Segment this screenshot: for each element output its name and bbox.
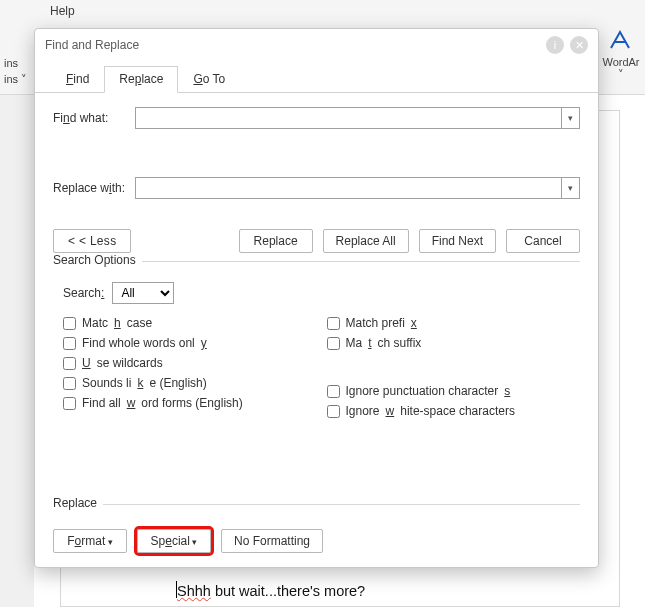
opt-ignore-punct[interactable]: Ignore punctuation characters bbox=[327, 384, 581, 398]
find-replace-dialog: Find and Replace i ✕ Find Replace Go To … bbox=[34, 28, 599, 568]
left-margin bbox=[0, 95, 34, 607]
opt-match-suffix[interactable]: Match suffix bbox=[327, 336, 581, 350]
doc-rest: but wait...there's more? bbox=[211, 583, 365, 599]
wordart-icon bbox=[608, 28, 634, 54]
opt-whole-words[interactable]: Find whole words only bbox=[63, 336, 317, 350]
options-left-col: Match case Find whole words only Use wil… bbox=[63, 316, 317, 418]
replace-with-input[interactable] bbox=[136, 178, 561, 198]
replace-button[interactable]: Replace bbox=[239, 229, 313, 253]
opt-wildcards[interactable]: Use wildcards bbox=[63, 356, 317, 370]
search-direction-select[interactable]: All bbox=[112, 282, 174, 304]
replace-with-combo[interactable]: ▾ bbox=[135, 177, 580, 199]
find-what-label: Find what: bbox=[53, 111, 135, 125]
bottom-section: Replace Format Special No Formatting bbox=[35, 504, 598, 567]
wordart-button[interactable]: WordAr ˅ bbox=[601, 28, 641, 81]
tab-find[interactable]: Find bbox=[51, 66, 104, 93]
search-options-header: Search Options bbox=[53, 261, 580, 276]
misspelled-word[interactable]: Shhh bbox=[177, 583, 211, 599]
action-button-row: < < Less Replace Replace All Find Next C… bbox=[53, 229, 580, 253]
dialog-title: Find and Replace bbox=[45, 38, 540, 52]
tab-goto[interactable]: Go To bbox=[178, 66, 240, 93]
opt-match-prefix[interactable]: Match prefix bbox=[327, 316, 581, 330]
special-button[interactable]: Special bbox=[137, 529, 211, 553]
replace-with-label: Replace with: bbox=[53, 181, 135, 195]
replace-with-row: Replace with: ▾ bbox=[53, 177, 580, 199]
less-button[interactable]: < < Less bbox=[53, 229, 131, 253]
bottom-header: Replace bbox=[53, 504, 580, 519]
options-grid: Match case Find whole words only Use wil… bbox=[63, 316, 580, 418]
replace-all-button[interactable]: Replace All bbox=[323, 229, 409, 253]
ribbon-label-ins-dd[interactable]: ins ˅ bbox=[4, 71, 27, 87]
dialog-tabs: Find Replace Go To bbox=[35, 61, 598, 93]
opt-sounds-like[interactable]: Sounds like (English) bbox=[63, 376, 317, 390]
find-next-button[interactable]: Find Next bbox=[419, 229, 496, 253]
dialog-body: Find what: ▾ Replace with: ▾ < < Less Re… bbox=[35, 93, 598, 428]
wordart-label: WordAr bbox=[601, 56, 641, 68]
tab-replace[interactable]: Replace bbox=[104, 66, 178, 93]
opt-word-forms[interactable]: Find all word forms (English) bbox=[63, 396, 317, 410]
search-direction-row: Search: All bbox=[63, 282, 580, 304]
dialog-titlebar[interactable]: Find and Replace i ✕ bbox=[35, 29, 598, 61]
tab-find-label: ind bbox=[73, 72, 89, 86]
find-what-dd-icon[interactable]: ▾ bbox=[561, 108, 579, 128]
ribbon-tab-help[interactable]: Help bbox=[50, 4, 75, 18]
no-formatting-button[interactable]: No Formatting bbox=[221, 529, 323, 553]
search-label: Search: bbox=[63, 286, 104, 300]
close-icon[interactable]: ✕ bbox=[570, 36, 588, 54]
ribbon-left-labels: ins ins ˅ bbox=[4, 55, 27, 87]
find-what-combo[interactable]: ▾ bbox=[135, 107, 580, 129]
opt-ignore-ws[interactable]: Ignore white-space characters bbox=[327, 404, 581, 418]
find-what-row: Find what: ▾ bbox=[53, 107, 580, 129]
cancel-button[interactable]: Cancel bbox=[506, 229, 580, 253]
help-icon[interactable]: i bbox=[546, 36, 564, 54]
options-right-col: Match prefix Match suffix Ignore punctua… bbox=[317, 316, 581, 418]
format-button[interactable]: Format bbox=[53, 529, 127, 553]
document-text[interactable]: Shhh but wait...there's more? bbox=[176, 581, 365, 599]
find-what-input[interactable] bbox=[136, 108, 561, 128]
wordart-dd: ˅ bbox=[601, 68, 641, 81]
opt-match-case[interactable]: Match case bbox=[63, 316, 317, 330]
ribbon-label-ins[interactable]: ins bbox=[4, 55, 27, 71]
replace-with-dd-icon[interactable]: ▾ bbox=[561, 178, 579, 198]
bottom-buttons: Format Special No Formatting bbox=[53, 529, 580, 553]
